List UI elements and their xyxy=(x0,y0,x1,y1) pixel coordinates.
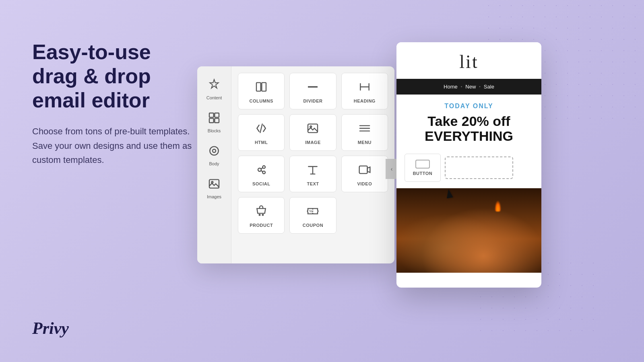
block-image-label: IMAGE xyxy=(305,140,321,145)
block-text[interactable]: TEXT xyxy=(289,156,336,192)
svg-point-7 xyxy=(211,181,213,183)
block-html-label: HTML xyxy=(255,140,268,145)
image-icon xyxy=(306,122,319,137)
email-logo-area: lit xyxy=(396,42,541,79)
nav-sale: Sale xyxy=(484,84,494,90)
coupon-icon: % xyxy=(306,205,319,220)
candle-visual xyxy=(396,188,541,273)
email-brand-logo: lit xyxy=(405,51,533,72)
button-icon-rect xyxy=(415,160,430,169)
collapse-arrow[interactable]: ‹ xyxy=(386,159,398,179)
svg-rect-2 xyxy=(209,118,214,123)
body-icon xyxy=(208,144,221,160)
svg-point-12 xyxy=(310,126,312,128)
video-icon xyxy=(358,163,371,178)
block-product[interactable]: PRODUCT xyxy=(238,197,285,234)
left-content: Easy-to-use drag & drop email editor Cho… xyxy=(32,40,201,167)
email-preview: lit Home • New • Sale TODAY ONLY Take 20… xyxy=(396,42,541,288)
svg-point-23 xyxy=(262,214,264,216)
nav-dot-1: • xyxy=(461,84,462,89)
block-html[interactable]: HTML xyxy=(238,114,285,151)
svg-rect-9 xyxy=(262,82,266,91)
sub-text: Choose from tons of pre-built templates.… xyxy=(32,124,201,167)
sidebar-item-images[interactable]: Images xyxy=(200,173,229,203)
images-icon xyxy=(208,177,221,193)
svg-rect-21 xyxy=(359,166,367,174)
block-heading[interactable]: HEADING xyxy=(341,73,388,109)
block-coupon[interactable]: % COUPON xyxy=(289,197,336,234)
svg-rect-3 xyxy=(215,118,219,123)
mouse-cursor xyxy=(446,189,456,200)
block-text-label: TEXT xyxy=(307,181,319,186)
block-columns[interactable]: COLUMNS xyxy=(238,73,285,109)
svg-rect-0 xyxy=(209,113,214,117)
content-icon xyxy=(208,78,221,94)
privy-logo: Privy xyxy=(32,319,69,338)
svg-point-16 xyxy=(258,168,261,171)
svg-point-22 xyxy=(259,214,260,216)
sidebar-body-label: Body xyxy=(209,161,219,166)
editor-panel: Content Blocks Body Images CO xyxy=(197,66,394,263)
button-area: BUTTON xyxy=(396,150,541,188)
sidebar-item-body[interactable]: Body xyxy=(200,140,229,170)
svg-line-19 xyxy=(261,168,263,169)
nav-new: New xyxy=(465,84,476,90)
block-columns-label: COLUMNS xyxy=(250,99,273,103)
block-menu-label: MENU xyxy=(358,140,372,145)
block-divider[interactable]: DIVIDER xyxy=(289,73,336,109)
candle-flame xyxy=(495,200,501,212)
svg-point-5 xyxy=(213,149,216,152)
svg-rect-1 xyxy=(215,113,219,117)
sidebar-item-blocks[interactable]: Blocks xyxy=(200,107,229,137)
editor-sidebar: Content Blocks Body Images xyxy=(197,66,231,263)
svg-line-20 xyxy=(261,171,263,172)
email-button-label: BUTTON xyxy=(413,171,433,176)
sidebar-images-label: Images xyxy=(207,194,221,199)
svg-text:%: % xyxy=(310,209,313,213)
block-social[interactable]: SOCIAL xyxy=(238,156,285,192)
heading-icon xyxy=(358,80,371,95)
nav-home: Home xyxy=(444,84,458,90)
block-heading-label: HEADING xyxy=(354,99,376,103)
email-button-block[interactable]: BUTTON xyxy=(405,154,441,182)
svg-rect-8 xyxy=(256,82,261,91)
block-product-label: PRODUCT xyxy=(250,223,273,228)
block-coupon-label: COUPON xyxy=(303,223,323,228)
text-icon xyxy=(306,163,319,178)
candle-image xyxy=(396,188,541,273)
svg-rect-11 xyxy=(308,124,318,132)
divider-icon xyxy=(306,80,319,95)
sidebar-blocks-label: Blocks xyxy=(208,128,221,133)
sidebar-content-label: Content xyxy=(206,95,222,100)
columns-icon xyxy=(255,80,268,95)
social-icon xyxy=(255,163,268,178)
nav-dot-2: • xyxy=(479,84,481,89)
sidebar-item-content[interactable]: Content xyxy=(200,74,229,104)
svg-rect-6 xyxy=(209,179,219,188)
block-social-label: SOCIAL xyxy=(252,181,270,186)
block-divider-label: DIVIDER xyxy=(303,99,322,103)
blocks-icon xyxy=(208,111,221,127)
block-video-label: VIDEO xyxy=(357,181,372,186)
main-heading: Easy-to-use drag & drop email editor xyxy=(32,40,201,112)
today-only-banner: TODAY ONLY xyxy=(396,95,541,112)
drop-zone xyxy=(445,156,513,179)
email-nav: Home • New • Sale xyxy=(396,79,541,95)
privy-logo-text: Privy xyxy=(32,319,69,338)
block-grid: COLUMNS DIVIDER HEADING HTML xyxy=(231,66,394,263)
svg-point-4 xyxy=(210,146,218,155)
sale-heading: Take 20% off EVERYTHING xyxy=(396,112,541,150)
block-image[interactable]: IMAGE xyxy=(289,114,336,151)
menu-icon xyxy=(358,122,371,137)
block-menu[interactable]: MENU xyxy=(341,114,388,151)
block-video[interactable]: VIDEO xyxy=(341,156,388,192)
html-icon xyxy=(255,122,268,137)
product-icon xyxy=(255,205,268,220)
